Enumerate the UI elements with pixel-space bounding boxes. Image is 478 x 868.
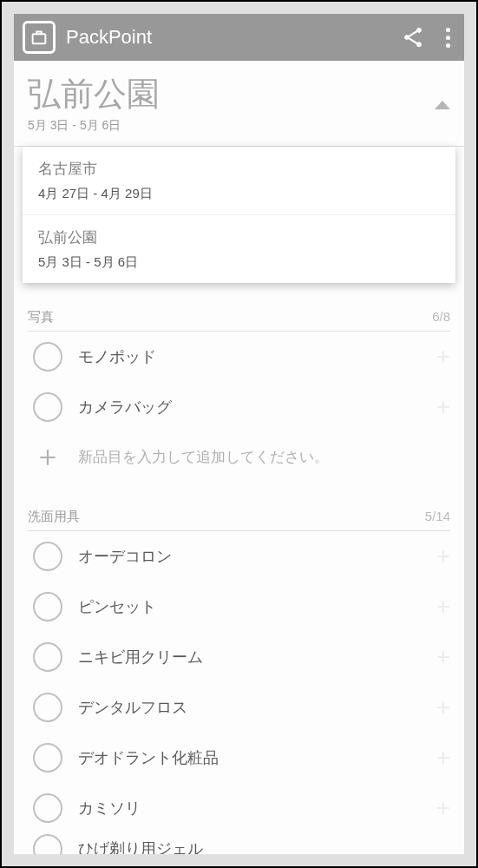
section-title: 写真 bbox=[28, 309, 432, 326]
checkbox-icon[interactable] bbox=[33, 743, 62, 773]
increment-icon[interactable]: + bbox=[436, 695, 450, 720]
share-icon[interactable] bbox=[401, 25, 425, 49]
item-label: ニキビ用クリーム bbox=[78, 647, 436, 667]
checkbox-icon[interactable] bbox=[33, 592, 62, 621]
item-label: カメラバッグ bbox=[78, 397, 436, 418]
trip-option-title: 名古屋市 bbox=[38, 159, 440, 179]
list-item[interactable]: デオドラント化粧品 + bbox=[33, 733, 450, 783]
increment-icon[interactable]: + bbox=[436, 746, 450, 770]
checkbox-icon[interactable] bbox=[33, 693, 62, 722]
increment-icon[interactable]: + bbox=[436, 796, 450, 820]
section-count: 5/14 bbox=[425, 509, 450, 523]
app-title: PackPoint bbox=[66, 26, 401, 49]
increment-icon[interactable]: + bbox=[436, 544, 450, 569]
app-bar: PackPoint bbox=[14, 14, 464, 61]
section-toiletries: 洗面用具 5/14 オーデコロン + ピンセット + ニキビ用クリーム + デン… bbox=[14, 509, 464, 854]
trip-option-title: 弘前公園 bbox=[38, 227, 440, 247]
checkbox-icon[interactable] bbox=[33, 392, 62, 422]
section-photo: 写真 6/8 モノポッド + カメラバッグ + 新品目を入力して追加してくだ bbox=[14, 309, 464, 483]
overflow-menu-icon[interactable] bbox=[441, 23, 455, 53]
section-title: 洗面用具 bbox=[28, 509, 425, 525]
trip-option-dates: 4月 27日 - 4月 29日 bbox=[38, 186, 440, 202]
checkbox-icon[interactable] bbox=[33, 542, 62, 571]
increment-icon[interactable]: + bbox=[436, 595, 450, 619]
trip-dates: 5月 3日 - 5月 6日 bbox=[28, 118, 160, 134]
item-label: デンタルフロス bbox=[78, 697, 436, 718]
item-label: デオドラント化粧品 bbox=[78, 747, 436, 768]
checkbox-icon[interactable] bbox=[33, 834, 62, 854]
list-item[interactable]: ピンセット + bbox=[33, 582, 450, 632]
add-item-placeholder: 新品目を入力して追加してください。 bbox=[78, 447, 329, 467]
increment-icon[interactable]: + bbox=[436, 645, 450, 669]
trip-option[interactable]: 名古屋市 4月 27日 - 4月 29日 bbox=[23, 147, 455, 215]
plus-icon bbox=[33, 443, 62, 472]
trip-option[interactable]: 弘前公園 5月 3日 - 5月 6日 bbox=[23, 215, 455, 283]
list-item[interactable]: ひげ剃り用ジェル bbox=[33, 833, 450, 854]
item-label: ピンセット bbox=[78, 596, 436, 617]
checkbox-icon[interactable] bbox=[33, 793, 62, 823]
trip-header[interactable]: 弘前公園 5月 3日 - 5月 6日 bbox=[14, 61, 464, 147]
section-header: 洗面用具 5/14 bbox=[28, 509, 450, 531]
item-label: オーデコロン bbox=[78, 546, 436, 567]
item-label: カミソリ bbox=[78, 798, 436, 819]
trip-title: 弘前公園 bbox=[28, 76, 160, 113]
list-item[interactable]: ニキビ用クリーム + bbox=[33, 632, 450, 682]
trip-dropdown: 名古屋市 4月 27日 - 4月 29日 弘前公園 5月 3日 - 5月 6日 bbox=[23, 147, 455, 283]
increment-icon[interactable]: + bbox=[436, 395, 450, 419]
chevron-up-icon[interactable] bbox=[435, 101, 450, 109]
add-item-row[interactable]: 新品目を入力して追加してください。 bbox=[33, 432, 450, 483]
item-label: モノポッド bbox=[78, 346, 436, 367]
section-header: 写真 6/8 bbox=[28, 309, 450, 332]
list-item[interactable]: カミソリ + bbox=[33, 783, 450, 833]
list-item[interactable]: オーデコロン + bbox=[33, 531, 450, 582]
app-icon bbox=[23, 21, 56, 54]
section-count: 6/8 bbox=[432, 309, 450, 324]
list-item[interactable]: カメラバッグ + bbox=[33, 382, 450, 432]
trip-option-dates: 5月 3日 - 5月 6日 bbox=[38, 254, 440, 271]
increment-icon[interactable]: + bbox=[436, 345, 450, 369]
checkbox-icon[interactable] bbox=[33, 342, 62, 372]
list-item[interactable]: モノポッド + bbox=[33, 332, 450, 382]
svg-rect-0 bbox=[33, 34, 46, 43]
checkbox-icon[interactable] bbox=[33, 642, 62, 672]
list-item[interactable]: デンタルフロス + bbox=[33, 682, 450, 733]
item-label: ひげ剃り用ジェル bbox=[78, 838, 450, 854]
